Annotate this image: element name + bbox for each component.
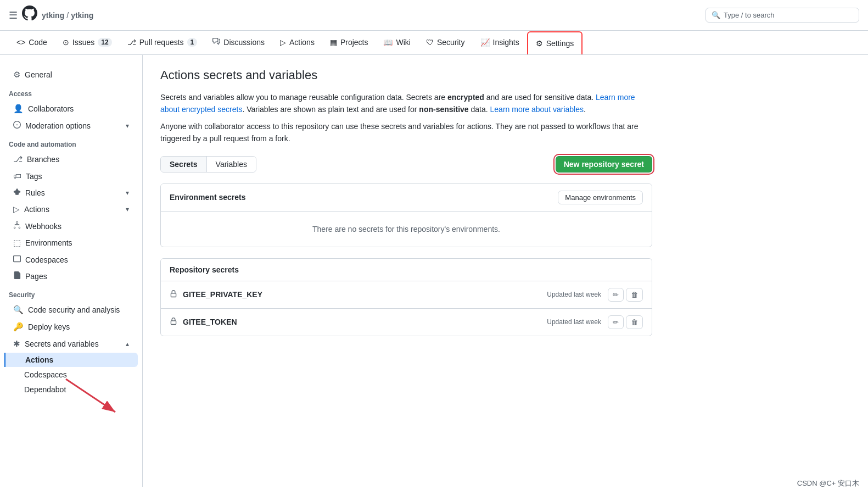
repo-path: ytking / ytking xyxy=(42,11,93,20)
secrets-chevron-icon: ▴ xyxy=(126,340,129,348)
secret-name-1: GITEE_PRIVATE_KEY xyxy=(183,290,547,299)
nav-tab-insights[interactable]: 📈 Insights xyxy=(473,31,527,54)
sidebar-item-general[interactable]: ⚙ General xyxy=(4,66,138,83)
edit-secret-1-button[interactable]: ✏ xyxy=(608,288,624,302)
description-extra: Anyone with collaborator access to this … xyxy=(160,120,652,145)
sidebar-item-environments[interactable]: ⬚ Environments xyxy=(4,235,138,251)
tabs-row: Secrets Variables New repository secret xyxy=(160,156,652,173)
sidebar-item-moderation[interactable]: Moderation options ▾ xyxy=(4,118,138,134)
tab-secrets[interactable]: Secrets xyxy=(161,157,207,172)
top-nav: ☰ ytking / ytking 🔍 Type / to search xyxy=(0,0,868,31)
environment-secrets-section: Environment secrets Manage environments … xyxy=(160,183,652,247)
repository-secrets-header: Repository secrets xyxy=(161,259,652,281)
main-content: Actions secrets and variables Secrets an… xyxy=(143,55,670,487)
branches-icon: ⎇ xyxy=(13,154,23,164)
github-logo xyxy=(22,5,37,25)
sidebar-item-branches[interactable]: ⎇ Branches xyxy=(4,151,138,168)
tab-variables[interactable]: Variables xyxy=(207,157,256,172)
actions-icon: ▷ xyxy=(280,38,286,47)
nav-tab-pull-requests[interactable]: ⎇ Pull requests 1 xyxy=(120,31,205,54)
sidebar-item-secrets-variables[interactable]: ✱ Secrets and variables ▴ xyxy=(4,336,138,352)
sidebar-sub-dependabot[interactable]: Dependabot xyxy=(4,382,138,397)
code-security-icon: 🔍 xyxy=(13,305,24,315)
person-icon: 👤 xyxy=(13,104,24,114)
nav-tab-wiki[interactable]: 📖 Wiki xyxy=(376,31,418,54)
sidebar-item-code-security[interactable]: 🔍 Code security and analysis xyxy=(4,302,138,318)
secret-actions-1: ✏ 🗑 xyxy=(608,288,643,302)
delete-secret-2-button[interactable]: 🗑 xyxy=(626,315,643,329)
secret-name-2: GITEE_TOKEN xyxy=(183,318,547,326)
nav-tab-projects[interactable]: ▦ Projects xyxy=(322,31,376,54)
description-para-1: Secrets and variables allow you to manag… xyxy=(160,91,652,116)
insights-icon: 📈 xyxy=(480,38,490,47)
wiki-icon: 📖 xyxy=(383,38,393,47)
secret-updated-2: Updated last week xyxy=(547,318,601,326)
nav-tab-code[interactable]: <> Code xyxy=(9,31,55,54)
secret-actions-2: ✏ 🗑 xyxy=(608,315,643,329)
environment-secrets-empty: There are no secrets for this repository… xyxy=(161,212,652,247)
variables-link[interactable]: Learn more about variables xyxy=(490,105,584,114)
chevron-down-icon: ▾ xyxy=(126,122,129,130)
sidebar-item-rules[interactable]: Rules ▾ xyxy=(4,185,138,201)
lock-icon-1 xyxy=(170,290,177,299)
webhooks-icon xyxy=(13,221,21,231)
actions-chevron-icon: ▾ xyxy=(126,205,129,213)
pr-badge: 1 xyxy=(187,38,198,47)
sidebar-item-actions[interactable]: ▷ Actions ▾ xyxy=(4,201,138,218)
sidebar-section-code-automation: Code and automation xyxy=(0,134,142,151)
repo-nav: <> Code ⊙ Issues 12 ⎇ Pull requests 1 Di… xyxy=(0,31,868,55)
sidebar-item-deploy-keys[interactable]: 🔑 Deploy keys xyxy=(4,319,138,335)
asterisk-icon: ✱ xyxy=(13,339,20,349)
sidebar-item-pages[interactable]: Pages xyxy=(4,268,138,284)
sidebar-item-tags[interactable]: 🏷 Tags xyxy=(4,168,138,184)
settings-icon: ⚙ xyxy=(536,39,543,48)
pages-icon xyxy=(13,271,21,281)
discussions-icon xyxy=(212,37,220,47)
hamburger-icon[interactable]: ☰ xyxy=(9,9,18,21)
nav-tab-issues[interactable]: ⊙ Issues 12 xyxy=(55,31,120,54)
code-icon: <> xyxy=(16,38,25,47)
sidebar-section-access: Access xyxy=(0,84,142,100)
new-repository-secret-button[interactable]: New repository secret xyxy=(556,156,652,173)
repo-separator: / xyxy=(66,11,69,20)
secret-row-gitee-token: GITEE_TOKEN Updated last week ✏ 🗑 xyxy=(161,309,652,336)
rules-chevron-icon: ▾ xyxy=(126,189,129,197)
repository-secrets-section: Repository secrets GITEE_PRIVATE_KEY Upd… xyxy=(160,258,652,336)
lock-icon-2 xyxy=(170,318,177,327)
watermark: CSDN @C+ 安口木 xyxy=(797,479,859,487)
environment-secrets-header: Environment secrets Manage environments xyxy=(161,184,652,212)
moderation-icon xyxy=(13,121,21,130)
issues-badge: 12 xyxy=(98,38,111,47)
nav-tab-discussions[interactable]: Discussions xyxy=(205,31,272,54)
issues-icon: ⊙ xyxy=(63,38,69,47)
codespaces-icon xyxy=(13,255,21,264)
nav-tab-settings[interactable]: ⚙ Settings xyxy=(527,31,583,54)
pr-icon: ⎇ xyxy=(127,38,136,47)
edit-secret-2-button[interactable]: ✏ xyxy=(608,315,624,329)
repo-owner[interactable]: ytking xyxy=(42,11,64,20)
search-bar[interactable]: 🔍 Type / to search xyxy=(705,8,859,23)
repo-name[interactable]: ytking xyxy=(71,11,93,20)
rules-icon xyxy=(13,188,21,197)
sidebar-section-security: Security xyxy=(0,285,142,301)
nav-tab-actions[interactable]: ▷ Actions xyxy=(272,31,322,54)
environment-secrets-title: Environment secrets xyxy=(170,193,246,202)
sidebar-item-webhooks[interactable]: Webhooks xyxy=(4,218,138,234)
top-nav-left: ☰ ytking / ytking xyxy=(9,5,93,25)
key-icon: 🔑 xyxy=(13,322,24,332)
delete-secret-1-button[interactable]: 🗑 xyxy=(626,288,643,302)
page-title: Actions secrets and variables xyxy=(160,68,652,82)
tabs-group: Secrets Variables xyxy=(160,156,256,173)
sidebar-sub-codespaces[interactable]: Codespaces xyxy=(4,368,138,382)
secret-updated-1: Updated last week xyxy=(547,291,601,298)
search-icon: 🔍 xyxy=(712,11,720,19)
gear-icon: ⚙ xyxy=(13,70,20,80)
nav-tab-security[interactable]: 🛡 Security xyxy=(418,31,473,54)
sidebar-sub-actions[interactable]: Actions xyxy=(4,353,138,367)
actions-sidebar-icon: ▷ xyxy=(13,204,20,214)
sidebar-item-codespaces[interactable]: Codespaces xyxy=(4,252,138,268)
search-placeholder: Type / to search xyxy=(724,11,775,19)
main-layout: ⚙ General Access 👤 Collaborators Moderat… xyxy=(0,55,868,487)
manage-environments-button[interactable]: Manage environments xyxy=(558,191,643,204)
sidebar-item-collaborators[interactable]: 👤 Collaborators xyxy=(4,101,138,117)
